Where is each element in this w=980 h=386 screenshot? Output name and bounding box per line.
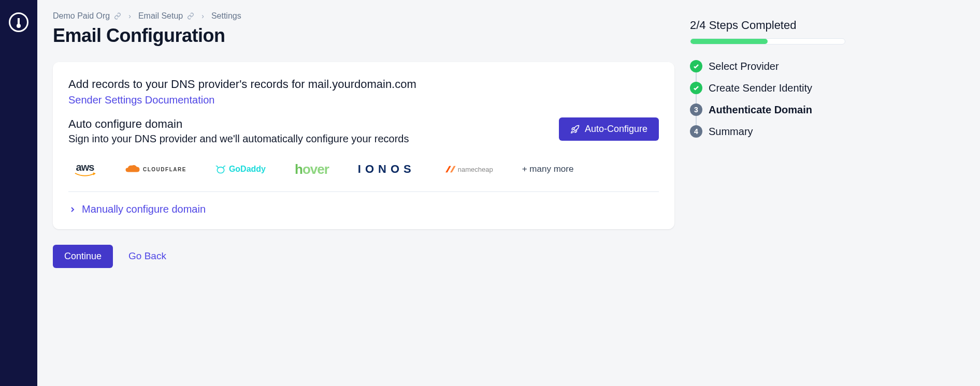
chevron-right-icon: › (128, 12, 131, 20)
manual-configure-label: Manually configure domain (82, 203, 206, 215)
main-content: Demo Paid Org › Email Setup › Settings E… (53, 11, 674, 370)
check-icon (690, 60, 702, 72)
step-connector (696, 116, 697, 125)
manual-configure-link[interactable]: Manually configure domain (68, 203, 206, 215)
step-label: Select Provider (709, 61, 779, 72)
aws-logo-text: aws (76, 161, 94, 173)
page-title: Email Configuration (53, 25, 674, 47)
cloudflare-icon (125, 165, 140, 174)
step-create-sender-identity: Create Sender Identity (690, 82, 845, 94)
step-select-provider: Select Provider (690, 60, 845, 72)
documentation-link[interactable]: Sender Settings Documentation (68, 94, 214, 106)
auto-configure-button-label: Auto-Configure (585, 124, 647, 135)
provider-hover: hover (295, 162, 329, 176)
step-label: Authenticate Domain (709, 104, 812, 116)
steps-completed-title: 2/4 Steps Completed (690, 19, 845, 32)
go-back-button[interactable]: Go Back (126, 245, 168, 267)
provider-ionos: IONOS (358, 162, 415, 176)
continue-button[interactable]: Continue (53, 245, 113, 268)
breadcrumb-section[interactable]: Email Setup (138, 11, 194, 21)
namecheap-logo-text: namecheap (458, 166, 493, 173)
sidebar (0, 0, 37, 386)
provider-aws: aws (74, 162, 96, 176)
chevron-right-icon (68, 205, 77, 214)
breadcrumb-org[interactable]: Demo Paid Org (53, 11, 121, 21)
card-heading: Add records to your DNS provider's recor… (68, 78, 659, 91)
step-connector (696, 72, 697, 82)
chevron-right-icon: › (201, 12, 204, 20)
step-number-badge: 3 (690, 103, 702, 116)
steps-list: Select Provider Create Sender Identity 3… (690, 60, 845, 138)
breadcrumb: Demo Paid Org › Email Setup › Settings (53, 11, 674, 21)
auto-configure-text: Auto configure domain Sign into your DNS… (68, 117, 409, 145)
step-connector (696, 94, 697, 103)
auto-configure-title: Auto configure domain (68, 117, 409, 131)
step-label: Create Sender Identity (709, 82, 812, 94)
hover-logo-text: over (302, 161, 329, 177)
auto-configure-subtitle: Sign into your DNS provider and we'll au… (68, 133, 409, 145)
step-number-badge: 4 (690, 125, 702, 138)
breadcrumb-section-label: Email Setup (138, 11, 183, 21)
breadcrumb-org-label: Demo Paid Org (53, 11, 110, 21)
ionos-logo-text: IONOS (358, 162, 415, 176)
aws-smile-icon (74, 172, 96, 177)
svg-point-0 (217, 167, 224, 173)
provider-namecheap: namecheap (444, 162, 493, 176)
godaddy-logo-text: GoDaddy (229, 165, 266, 174)
link-icon (114, 12, 121, 20)
provider-logos: aws CLOUDFLARE GoDaddy hover (68, 153, 659, 192)
link-icon (187, 12, 194, 20)
check-icon (690, 82, 702, 94)
rocket-icon (570, 125, 580, 134)
app-logo-icon[interactable] (9, 12, 28, 32)
progress-fill (690, 39, 768, 44)
footer-buttons: Continue Go Back (53, 245, 674, 268)
namecheap-icon (444, 165, 456, 173)
cloudflare-logo-text: CLOUDFLARE (143, 167, 186, 172)
auto-configure-button[interactable]: Auto-Configure (559, 117, 659, 141)
provider-more: + many more (522, 162, 574, 176)
step-summary: 4 Summary (690, 125, 845, 138)
progress-bar (690, 38, 845, 44)
provider-godaddy: GoDaddy (215, 162, 266, 176)
config-card: Add records to your DNS provider's recor… (53, 62, 674, 229)
step-authenticate-domain: 3 Authenticate Domain (690, 103, 845, 116)
godaddy-icon (215, 164, 226, 174)
provider-cloudflare: CLOUDFLARE (125, 162, 186, 176)
breadcrumb-page: Settings (211, 11, 241, 21)
steps-panel: 2/4 Steps Completed Select Provider Crea… (690, 11, 845, 370)
step-label: Summary (709, 126, 753, 138)
